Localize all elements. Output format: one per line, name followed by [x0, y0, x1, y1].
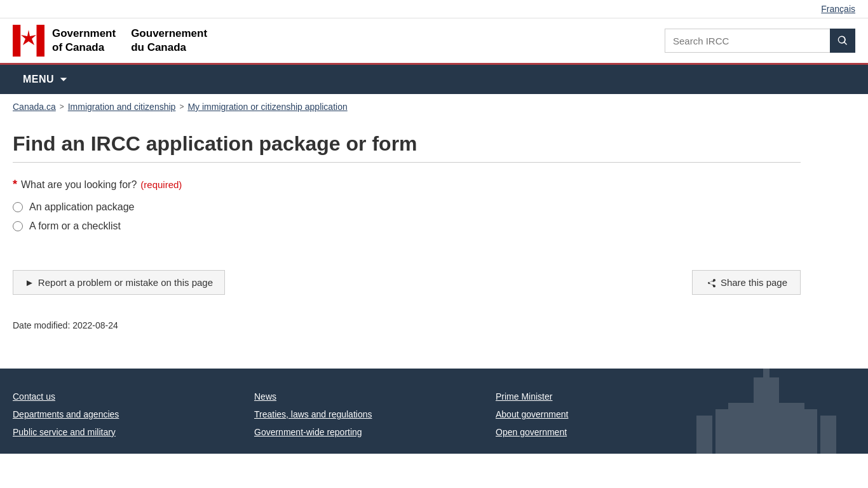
svg-rect-6: [763, 369, 770, 390]
footer-link-contact[interactable]: Contact us: [13, 391, 55, 402]
footer-link-pm[interactable]: Prime Minister: [496, 391, 552, 402]
government-name: Government of Canada Gouvernement du Can…: [52, 27, 207, 55]
share-label: Share this page: [721, 277, 787, 288]
breadcrumb: Canada.ca > Immigration and citizenship …: [0, 94, 868, 119]
form-section: * What are you looking for? (required) A…: [13, 178, 801, 232]
top-bar: Français: [0, 0, 868, 18]
french-link[interactable]: Français: [821, 4, 855, 14]
svg-rect-8: [798, 409, 817, 454]
footer-link-reporting[interactable]: Government-wide reporting: [254, 427, 362, 437]
footer-col-2: News Treaties, laws and regulations Gove…: [254, 388, 470, 441]
page-title: Find an IRCC application package or form: [13, 132, 801, 163]
gov-name-english: Government of Canada: [52, 27, 116, 55]
question-label: * What are you looking for? (required): [13, 178, 801, 191]
required-asterisk: *: [13, 178, 17, 191]
date-modified-value: 2022-08-24: [72, 320, 118, 330]
search-button[interactable]: [830, 29, 855, 53]
search-input[interactable]: [665, 29, 830, 53]
chevron-down-icon: [59, 75, 68, 84]
breadcrumb-item-home[interactable]: Canada.ca: [13, 102, 56, 112]
question-text: What are you looking for?: [21, 179, 137, 191]
search-area: [665, 29, 855, 53]
radio-label-package: An application package: [29, 201, 134, 213]
footer-actions: ► Report a problem or mistake on this pa…: [13, 270, 801, 308]
header: Government of Canada Gouvernement du Can…: [0, 18, 868, 65]
radio-label-form: A form or a checklist: [29, 220, 121, 232]
footer-link-about[interactable]: About government: [496, 409, 568, 419]
footer-link-news[interactable]: News: [254, 391, 276, 402]
main-content: Find an IRCC application package or form…: [0, 119, 813, 356]
footer-col-1: Contact us Departments and agencies Publ…: [13, 388, 229, 441]
radio-option-package: An application package: [13, 201, 801, 213]
breadcrumb-sep-1: >: [60, 102, 64, 111]
report-label: Report a problem or mistake on this page: [38, 277, 213, 288]
footer-links: Contact us Departments and agencies Publ…: [13, 388, 712, 441]
logo-area: Government of Canada Gouvernement du Can…: [13, 25, 207, 57]
footer-link-public-service[interactable]: Public service and military: [13, 427, 116, 437]
gov-name-french: Gouvernement du Canada: [131, 27, 207, 55]
menu-button[interactable]: MENU: [13, 65, 78, 94]
breadcrumb-sep-2: >: [179, 102, 184, 111]
canada-flag-icon: [13, 25, 44, 57]
radio-option-form: A form or a checklist: [13, 220, 801, 232]
radio-application-package[interactable]: [13, 202, 23, 212]
footer-link-open-gov[interactable]: Open government: [496, 427, 567, 437]
menu-label: MENU: [23, 74, 54, 85]
svg-rect-10: [820, 416, 836, 454]
share-icon: [705, 278, 715, 288]
menu-bar: MENU: [0, 65, 868, 94]
svg-rect-7: [715, 409, 735, 454]
search-icon: [837, 35, 848, 46]
required-tag: (required): [140, 179, 182, 190]
svg-rect-0: [13, 25, 21, 57]
parliament-silhouette: [665, 369, 868, 454]
share-page-button[interactable]: Share this page: [692, 270, 801, 295]
report-icon: ►: [25, 277, 34, 288]
date-modified-label: Date modified:: [13, 320, 70, 330]
breadcrumb-item-myapp[interactable]: My immigration or citizenship applicatio…: [187, 102, 347, 112]
svg-rect-9: [696, 416, 712, 454]
footer-link-treaties[interactable]: Treaties, laws and regulations: [254, 409, 372, 419]
radio-form-checklist[interactable]: [13, 221, 23, 231]
footer-link-departments[interactable]: Departments and agencies: [13, 409, 119, 419]
breadcrumb-item-immigration[interactable]: Immigration and citizenship: [68, 102, 176, 112]
site-footer: Contact us Departments and agencies Publ…: [0, 369, 868, 454]
report-problem-button[interactable]: ► Report a problem or mistake on this pa…: [13, 270, 225, 295]
svg-rect-2: [37, 25, 45, 57]
date-modified: Date modified: 2022-08-24: [13, 320, 801, 330]
